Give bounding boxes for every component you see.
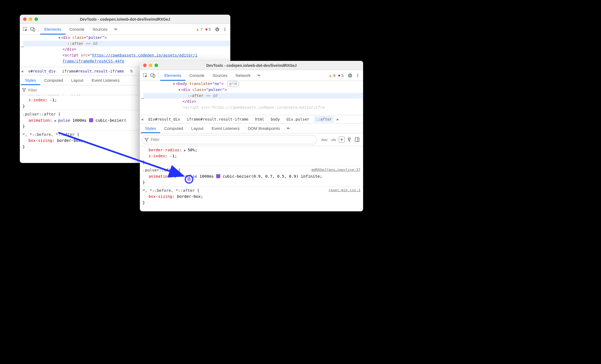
hov-toggle[interactable]: :hov bbox=[319, 138, 329, 142]
crumb[interactable]: body bbox=[269, 116, 282, 123]
css-selector[interactable]: *, *::before, *::after { bbox=[143, 187, 360, 193]
css-declaration[interactable]: z-index: -1; bbox=[143, 153, 360, 159]
more-tabs-icon[interactable] bbox=[112, 26, 119, 33]
errors-badge[interactable]: ■5 bbox=[205, 27, 211, 32]
expand-triangle-icon[interactable]: ▼ bbox=[178, 88, 180, 92]
styles-subtabs: Styles Computed Layout Event Listeners D… bbox=[140, 124, 363, 133]
dom-node[interactable]: <script src="https://cpwebassets.codepen… bbox=[23, 52, 230, 58]
titlebar[interactable]: DevTools - codepen.io/web-dot-dev/live/m… bbox=[140, 61, 363, 70]
chevron-left-icon[interactable]: ◀ bbox=[141, 117, 143, 121]
crumb[interactable]: h bbox=[129, 68, 134, 74]
more-tabs-icon[interactable] bbox=[284, 125, 292, 132]
crumb[interactable]: iframe#result.result-iframe bbox=[61, 68, 126, 74]
svg-rect-8 bbox=[153, 75, 155, 77]
tab-styles[interactable]: Styles bbox=[21, 76, 40, 85]
tab-computed[interactable]: Computed bbox=[160, 124, 187, 133]
expand-triangle-icon[interactable]: ▼ bbox=[58, 36, 60, 40]
dom-node[interactable]: ▼<div class="pulser"> bbox=[23, 35, 230, 41]
crumb[interactable]: html bbox=[253, 116, 266, 123]
dom-node-selected[interactable]: ::after == $0 bbox=[23, 41, 230, 47]
tab-console[interactable]: Console bbox=[185, 70, 209, 81]
dom-node[interactable]: ▼<body translate="no"> grid bbox=[143, 81, 363, 87]
css-declaration[interactable]: border-radius: ▶ 50%; bbox=[143, 147, 360, 153]
dom-node[interactable]: ▼<div class="pulser"> bbox=[143, 87, 363, 93]
crumb[interactable]: iframe#result.result-iframe bbox=[185, 116, 250, 123]
device-toggle-icon[interactable] bbox=[29, 26, 37, 33]
close-icon[interactable] bbox=[143, 64, 147, 67]
close-icon[interactable] bbox=[23, 17, 27, 21]
dom-node-selected[interactable]: ::after == $0 bbox=[143, 93, 363, 99]
titlebar[interactable]: DevTools - codepen.io/web-dot-dev/live/m… bbox=[20, 15, 230, 24]
inspect-icon[interactable] bbox=[141, 72, 149, 79]
ellipsis-icon[interactable]: … bbox=[20, 42, 25, 49]
brace: } bbox=[143, 159, 360, 165]
errors-badge[interactable]: ■5 bbox=[338, 73, 344, 78]
tab-layout[interactable]: Layout bbox=[187, 124, 207, 133]
more-tabs-icon[interactable] bbox=[255, 72, 262, 79]
tab-console[interactable]: Console bbox=[65, 24, 89, 34]
tab-dom-breakpoints[interactable]: DOM Breakpoints bbox=[244, 124, 284, 133]
tab-event-listeners[interactable]: Event Listeners bbox=[207, 124, 244, 133]
cls-toggle[interactable]: .cls bbox=[329, 138, 338, 142]
crumb[interactable]: v#result_div bbox=[26, 68, 57, 74]
chevron-right-icon[interactable]: ▶ bbox=[337, 117, 339, 121]
settings-icon[interactable] bbox=[213, 26, 221, 33]
warnings-badge[interactable]: ▲7 bbox=[196, 27, 203, 32]
main-toolbar: Elements Console Sources Network ▲6 ■5 bbox=[140, 70, 363, 81]
minimize-icon[interactable] bbox=[29, 17, 32, 21]
easing-editor-icon[interactable] bbox=[89, 118, 93, 122]
tab-network[interactable]: Network bbox=[232, 70, 255, 81]
warnings-badge[interactable]: ▲6 bbox=[328, 73, 336, 78]
maximize-icon[interactable] bbox=[34, 17, 38, 21]
expand-triangle-icon[interactable]: ▶ bbox=[55, 119, 58, 123]
ellipsis-icon[interactable]: … bbox=[140, 93, 145, 101]
expand-triangle-icon[interactable]: ▶ bbox=[175, 175, 177, 178]
tab-event-listeners[interactable]: Event Listeners bbox=[87, 76, 124, 85]
source-link[interactable]: mdRXGeJ?ano…iew=live:37 bbox=[311, 167, 360, 172]
kebab-menu-icon[interactable] bbox=[221, 26, 229, 33]
paint-flash-icon[interactable] bbox=[346, 136, 353, 143]
error-icon: ■ bbox=[205, 27, 207, 31]
tab-layout[interactable]: Layout bbox=[67, 76, 87, 85]
tab-computed[interactable]: Computed bbox=[40, 76, 67, 85]
minimize-icon[interactable] bbox=[149, 64, 152, 67]
warning-icon: ▲ bbox=[196, 27, 200, 32]
source-link[interactable]: reset.min.css:1 bbox=[329, 187, 360, 193]
expand-triangle-icon[interactable]: ▼ bbox=[173, 82, 175, 86]
error-icon: ■ bbox=[338, 73, 340, 77]
settings-icon[interactable] bbox=[346, 72, 354, 79]
maximize-icon[interactable] bbox=[155, 64, 158, 67]
css-rule[interactable]: reset.min.css:1 *, *::before, *::after {… bbox=[140, 187, 363, 206]
tab-styles[interactable]: Styles bbox=[141, 124, 160, 133]
brace: } bbox=[143, 179, 360, 185]
breadcrumb[interactable]: ◀ div#result_div iframe#result.result-if… bbox=[140, 115, 363, 124]
css-declaration[interactable]: box-sizing: border-box; bbox=[143, 193, 360, 199]
device-toggle-icon[interactable] bbox=[149, 72, 157, 79]
inspect-icon[interactable] bbox=[21, 26, 29, 33]
css-rule[interactable]: mdRXGeJ?ano…iew=live:37 .pulser::after {… bbox=[140, 166, 363, 186]
tab-sources[interactable]: Sources bbox=[209, 70, 232, 81]
expand-triangle-icon[interactable]: ▶ bbox=[184, 149, 188, 152]
computed-sidebar-icon[interactable] bbox=[353, 136, 361, 143]
crumb[interactable]: div#result_div bbox=[146, 116, 182, 123]
svg-point-15 bbox=[188, 179, 190, 180]
tab-elements[interactable]: Elements bbox=[40, 24, 65, 34]
grid-badge[interactable]: grid bbox=[227, 81, 239, 87]
crumb[interactable]: div.pulser bbox=[285, 116, 311, 123]
css-rule[interactable]: border-radius: ▶ 50%; z-index: -1; } bbox=[140, 146, 363, 166]
kebab-menu-icon[interactable] bbox=[354, 72, 361, 79]
crumb-selected[interactable]: ::after bbox=[314, 116, 333, 123]
chevron-left-icon[interactable]: ◀ bbox=[21, 69, 23, 73]
dom-node[interactable]: <script src="https://cpwebassets.codepen… bbox=[143, 105, 363, 111]
css-declaration[interactable]: animation: ▶ pulse 1000ms cubic-bezier(0… bbox=[143, 173, 360, 179]
tab-elements[interactable]: Elements bbox=[160, 70, 185, 81]
dom-node[interactable]: </div> bbox=[23, 46, 230, 52]
dom-node[interactable]: </div> bbox=[143, 99, 363, 105]
new-style-rule-button[interactable]: + bbox=[339, 137, 345, 143]
window-controls bbox=[143, 64, 158, 67]
styles-pane[interactable]: border-radius: ▶ 50%; z-index: -1; } mdR… bbox=[140, 146, 363, 211]
easing-editor-icon[interactable] bbox=[216, 174, 220, 178]
dom-tree[interactable]: … ▼<body translate="no"> grid ▼<div clas… bbox=[140, 81, 363, 115]
tab-sources[interactable]: Sources bbox=[89, 24, 112, 34]
filter-input[interactable] bbox=[150, 136, 314, 143]
